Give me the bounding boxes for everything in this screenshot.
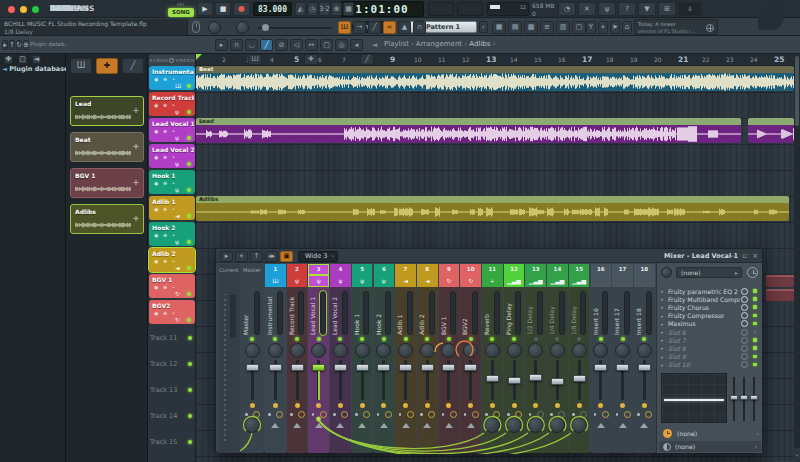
latch-lamp-icon[interactable] bbox=[468, 403, 473, 408]
pan-knob[interactable] bbox=[398, 343, 413, 358]
latch-lamp-icon[interactable] bbox=[295, 403, 300, 408]
pan-icon[interactable]: ⊕ bbox=[163, 284, 167, 290]
effect-slot-5[interactable]: ▸Maximus bbox=[661, 320, 759, 328]
pl-mute-tool-icon[interactable]: ◁ bbox=[290, 39, 303, 51]
track-led[interactable] bbox=[187, 266, 191, 270]
fader-handle[interactable] bbox=[551, 378, 564, 385]
channel-rack-view-icon[interactable]: ▩ bbox=[524, 21, 538, 34]
stereo-icon[interactable] bbox=[472, 411, 479, 418]
latch-lamp-icon[interactable] bbox=[533, 403, 538, 408]
overdub-icon[interactable]: ▦ bbox=[343, 2, 354, 16]
pl-audio-tab-icon[interactable]: ✚ bbox=[304, 54, 318, 65]
slot-led[interactable] bbox=[753, 314, 757, 318]
latch-lamp-icon[interactable] bbox=[403, 403, 408, 408]
mixer-preset-selector[interactable]: Wide 3 › bbox=[298, 251, 338, 262]
menu-help[interactable]: HELP bbox=[46, 0, 76, 18]
pattern-next-button[interactable]: › bbox=[479, 21, 488, 33]
mute-icon[interactable]: ◉ bbox=[154, 232, 158, 238]
arm-dot-icon[interactable] bbox=[420, 413, 423, 416]
send-knob[interactable] bbox=[528, 417, 544, 433]
fader-handle[interactable] bbox=[246, 364, 259, 371]
track-led[interactable] bbox=[187, 240, 191, 244]
effect-slot-7[interactable]: ▸Slot 7 bbox=[661, 336, 759, 344]
mixer-strip-master[interactable]: MasterMaster bbox=[241, 264, 263, 453]
mixer-strip-9[interactable]: 9↻BGV 1 bbox=[439, 264, 460, 453]
mixer-strip-5[interactable]: 5ψHook 1 bbox=[352, 264, 373, 453]
fader-handle[interactable] bbox=[442, 364, 455, 371]
stereo-icon[interactable] bbox=[428, 411, 435, 418]
track-led[interactable] bbox=[187, 188, 191, 192]
mix-knob[interactable] bbox=[741, 320, 748, 327]
channel-led[interactable] bbox=[338, 337, 342, 341]
tools-menu-icon[interactable]: Y bbox=[586, 21, 596, 34]
mute-icon[interactable]: ◉ bbox=[154, 180, 158, 186]
breadcrumb[interactable]: Playlist - Arrangement › Adlibs › bbox=[384, 40, 495, 48]
latch-lamp-icon[interactable] bbox=[555, 403, 560, 408]
pan-icon[interactable]: ✛ bbox=[133, 107, 139, 115]
effect-slot-9[interactable]: ▸Slot 9 bbox=[661, 353, 759, 361]
mixer-strip-current[interactable]: Current bbox=[218, 264, 240, 453]
mixer-strip-12[interactable]: 12▁▃▅Ping Delay bbox=[504, 264, 525, 453]
fader-handle[interactable] bbox=[638, 364, 651, 371]
track-label-13[interactable]: Track 13 bbox=[150, 386, 177, 394]
mix-knob[interactable] bbox=[741, 353, 748, 360]
mic-record-icon[interactable]: ψ bbox=[598, 2, 616, 16]
mixer-dock-icon[interactable]: ↑ bbox=[250, 251, 263, 262]
pan-knob[interactable] bbox=[507, 343, 522, 358]
monitor-icon[interactable]: ∩ bbox=[413, 21, 426, 34]
track-led[interactable] bbox=[187, 162, 191, 166]
step-arrow-icon[interactable]: → bbox=[353, 21, 366, 34]
channel-led[interactable] bbox=[621, 337, 625, 341]
arm-dot-icon[interactable] bbox=[290, 413, 293, 416]
link-icon[interactable]: ∞ bbox=[383, 21, 396, 34]
send-switch-icon[interactable] bbox=[640, 423, 648, 428]
eq-fader-handle[interactable] bbox=[730, 395, 738, 400]
pan-knob[interactable] bbox=[268, 343, 283, 358]
channel-led[interactable] bbox=[250, 337, 254, 341]
slot-led[interactable] bbox=[753, 322, 757, 326]
plugin-picker-icon[interactable]: ▢ bbox=[572, 21, 586, 34]
mixer-strip-2[interactable]: 2ψRecord Track bbox=[287, 264, 308, 453]
playlist-scrollbar-thumb[interactable] bbox=[795, 56, 799, 126]
latch-lamp-icon[interactable] bbox=[250, 403, 255, 408]
pl-select-tool-icon[interactable]: ▢ bbox=[320, 39, 333, 51]
save-new-version-icon[interactable]: ⊞ bbox=[658, 2, 676, 16]
pan-icon[interactable]: ✛ bbox=[133, 143, 139, 151]
close-icon[interactable]: × bbox=[752, 252, 758, 260]
record-button[interactable]: ● bbox=[233, 2, 250, 16]
slot-led[interactable] bbox=[753, 346, 757, 350]
mix-knob[interactable] bbox=[741, 337, 748, 344]
pan-icon[interactable]: ⊕ bbox=[163, 102, 167, 108]
mixer-strip-14[interactable]: 14▁▃▅1/4 Delay bbox=[547, 264, 568, 453]
cut-clipboard-icon[interactable]: ✕ bbox=[578, 2, 596, 16]
track-header-adlib-1[interactable]: Adlib 1◉⊕•◄ bbox=[149, 196, 195, 220]
mixer-strip-3[interactable]: 3ψLead Vocal 1 bbox=[308, 264, 329, 453]
stop-button[interactable]: ■ bbox=[215, 2, 231, 16]
effect-slot-10[interactable]: ▸Slot 10 bbox=[661, 361, 759, 369]
mix-knob[interactable] bbox=[741, 304, 748, 311]
tempo-display[interactable]: 83.000 bbox=[253, 2, 292, 16]
send-switch-icon[interactable] bbox=[445, 423, 453, 428]
picker-item-lead[interactable]: Lead✛ bbox=[70, 96, 144, 126]
stereo-icon[interactable] bbox=[602, 411, 609, 418]
send-switch-icon[interactable] bbox=[380, 423, 388, 428]
scroll-down-arrow-icon[interactable]: ⌄ bbox=[794, 448, 800, 462]
track-label-11[interactable]: Track 11 bbox=[150, 334, 177, 342]
browser-back-icon[interactable]: ▸ bbox=[2, 40, 8, 50]
channel-led[interactable] bbox=[555, 337, 559, 341]
mix-knob[interactable] bbox=[741, 361, 748, 368]
browser-find-icon[interactable]: ⊕ bbox=[23, 40, 29, 50]
arm-dot-icon[interactable] bbox=[355, 413, 358, 416]
send-knob[interactable] bbox=[571, 417, 587, 433]
playlist-view-icon[interactable]: ▦ bbox=[492, 21, 506, 34]
latch-lamp-icon[interactable] bbox=[512, 403, 517, 408]
pl-zoom-tool-icon[interactable]: ◎ bbox=[335, 39, 348, 51]
track-led[interactable] bbox=[187, 292, 191, 296]
arm-dot-icon[interactable] bbox=[245, 413, 248, 416]
mixer-strip-13[interactable]: 13▁▃▅1/2 Delay bbox=[525, 264, 546, 453]
maximize-icon[interactable]: ▫ bbox=[742, 252, 747, 260]
fader-handle[interactable] bbox=[269, 364, 282, 371]
pan-knob[interactable] bbox=[637, 343, 652, 358]
slot-a-row[interactable]: (none) › bbox=[661, 428, 759, 439]
channel-led[interactable] bbox=[599, 337, 603, 341]
